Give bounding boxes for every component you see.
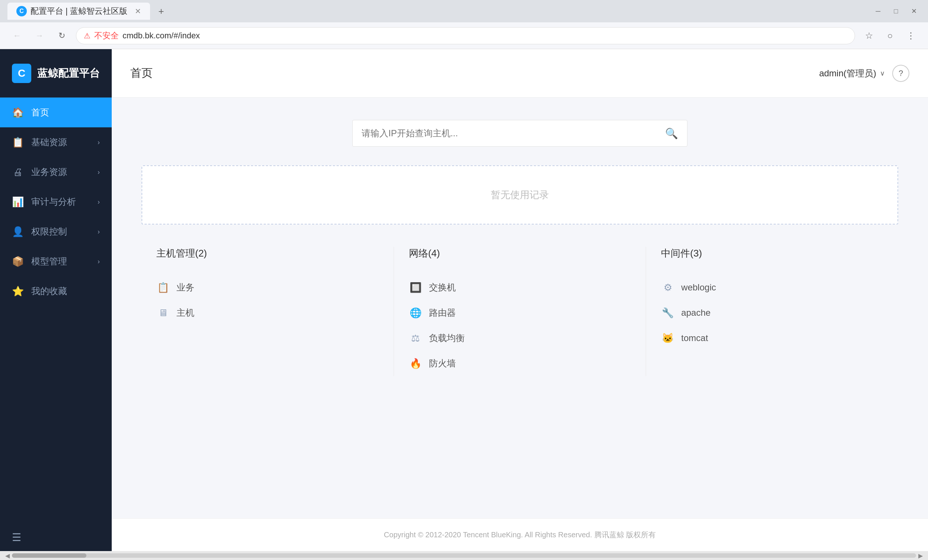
sidebar-footer: ☰ bbox=[0, 524, 112, 551]
loadbalance-icon: ⚖ bbox=[409, 331, 422, 345]
apache-label: apache bbox=[681, 308, 711, 318]
empty-state: 暂无使用记录 bbox=[142, 165, 898, 224]
browser-toolbar: ← → ↻ ⚠ 不安全 cmdb.bk.com/#/index ☆ ○ ⋮ bbox=[0, 22, 928, 49]
search-icon[interactable]: 🔍 bbox=[665, 127, 678, 140]
sidebar-label-basic-resource: 基础资源 bbox=[31, 136, 90, 148]
category-item-router[interactable]: 🌐 路由器 bbox=[409, 300, 631, 325]
horizontal-scrollbar[interactable]: ◀ ▶ bbox=[0, 551, 928, 560]
weblogic-icon: ⚙ bbox=[661, 281, 675, 294]
toolbar-actions: ☆ ○ ⋮ bbox=[861, 27, 919, 44]
page-title: 首页 bbox=[130, 66, 153, 81]
sidebar-label-favorites: 我的收藏 bbox=[31, 285, 100, 297]
sidebar-item-permissions[interactable]: 👤 权限控制 › bbox=[0, 217, 112, 247]
scrollbar-track[interactable] bbox=[12, 553, 916, 558]
sidebar-item-audit[interactable]: 📊 审计与分析 › bbox=[0, 187, 112, 217]
home-icon: 🏠 bbox=[12, 107, 24, 118]
category-title-network: 网络(4) bbox=[409, 247, 631, 260]
account-button[interactable]: ○ bbox=[882, 27, 898, 44]
forward-button[interactable]: → bbox=[31, 27, 48, 44]
category-item-weblogic[interactable]: ⚙ weblogic bbox=[661, 275, 883, 300]
category-item-tomcat[interactable]: 🐱 tomcat bbox=[661, 325, 883, 351]
url-text: cmdb.bk.com/#/index bbox=[122, 31, 847, 41]
search-container: 🔍 bbox=[142, 120, 898, 147]
category-title-middleware: 中间件(3) bbox=[661, 247, 883, 260]
menu-button[interactable]: ⋮ bbox=[903, 27, 919, 44]
empty-text: 暂无使用记录 bbox=[165, 188, 875, 201]
window-close-button[interactable]: ✕ bbox=[907, 7, 920, 16]
switch-label: 交换机 bbox=[429, 281, 456, 293]
permissions-icon: 👤 bbox=[12, 226, 24, 238]
category-item-switch[interactable]: 🔲 交换机 bbox=[409, 275, 631, 300]
main-body: 🔍 暂无使用记录 主机管理(2) 📋 业务 🖥 主机 网络(4) 🔲 交换机 🌐… bbox=[112, 98, 928, 518]
nav-arrow-permissions: › bbox=[98, 228, 100, 236]
search-box[interactable]: 🔍 bbox=[352, 120, 687, 147]
sidebar-item-home[interactable]: 🏠 首页 bbox=[0, 98, 112, 127]
page-footer: Copyright © 2012-2020 Tencent BlueKing. … bbox=[112, 518, 928, 551]
category-host-management: 主机管理(2) 📋 业务 🖥 主机 bbox=[142, 247, 394, 376]
category-title-host-management: 主机管理(2) bbox=[156, 247, 379, 260]
sidebar: C 蓝鲸配置平台 🏠 首页 📋 基础资源 › 🖨 业务资源 › 📊 审计与分析 … bbox=[0, 49, 112, 551]
scroll-right-arrow[interactable]: ▶ bbox=[916, 552, 925, 559]
audit-icon: 📊 bbox=[12, 196, 24, 208]
header-right: admin(管理员) ∨ ? bbox=[819, 65, 910, 82]
router-icon: 🌐 bbox=[409, 306, 422, 319]
category-item-host[interactable]: 🖥 主机 bbox=[156, 300, 379, 325]
sidebar-label-home: 首页 bbox=[31, 107, 100, 118]
tab-title: 配置平台 | 蓝鲸智云社区版 bbox=[31, 6, 127, 17]
search-input[interactable] bbox=[362, 128, 659, 139]
user-menu-arrow: ∨ bbox=[880, 69, 885, 78]
category-middleware: 中间件(3) ⚙ weblogic 🔧 apache 🐱 tomcat bbox=[646, 247, 898, 376]
main-header: 首页 admin(管理员) ∨ ? bbox=[112, 49, 928, 98]
tomcat-label: tomcat bbox=[681, 333, 708, 343]
new-tab-button[interactable]: + bbox=[154, 4, 169, 18]
biz-resource-icon: 🖨 bbox=[12, 166, 24, 178]
category-item-loadbalance[interactable]: ⚖ 负载均衡 bbox=[409, 325, 631, 351]
address-bar[interactable]: ⚠ 不安全 cmdb.bk.com/#/index bbox=[76, 27, 855, 44]
biz-icon: 📋 bbox=[156, 281, 170, 294]
tab-favicon: C bbox=[17, 6, 27, 17]
host-icon: 🖥 bbox=[156, 306, 170, 319]
tab-close-button[interactable]: ✕ bbox=[135, 7, 141, 16]
firewall-icon: 🔥 bbox=[409, 357, 422, 370]
basic-resource-icon: 📋 bbox=[12, 137, 24, 148]
categories: 主机管理(2) 📋 业务 🖥 主机 网络(4) 🔲 交换机 🌐 路由器 ⚖ 负载… bbox=[142, 247, 898, 376]
scroll-left-arrow[interactable]: ◀ bbox=[3, 552, 12, 559]
scrollbar-thumb[interactable] bbox=[12, 553, 86, 558]
window-minimize-button[interactable]: ─ bbox=[872, 7, 885, 16]
sidebar-item-biz-resource[interactable]: 🖨 业务资源 › bbox=[0, 157, 112, 187]
favorites-icon: ⭐ bbox=[12, 285, 24, 297]
router-label: 路由器 bbox=[429, 307, 456, 319]
host-label: 主机 bbox=[177, 307, 194, 319]
sidebar-item-favorites[interactable]: ⭐ 我的收藏 bbox=[0, 276, 112, 306]
collapse-button[interactable]: ☰ bbox=[12, 531, 100, 543]
sidebar-item-model[interactable]: 📦 模型管理 › bbox=[0, 247, 112, 276]
category-item-biz[interactable]: 📋 业务 bbox=[156, 275, 379, 300]
app-logo: C bbox=[12, 64, 31, 83]
category-item-apache[interactable]: 🔧 apache bbox=[661, 300, 883, 325]
tomcat-icon: 🐱 bbox=[661, 331, 675, 345]
footer-text: Copyright © 2012-2020 Tencent BlueKing. … bbox=[384, 531, 656, 539]
bookmark-button[interactable]: ☆ bbox=[861, 27, 878, 44]
sidebar-label-biz-resource: 业务资源 bbox=[31, 166, 90, 178]
refresh-button[interactable]: ↻ bbox=[53, 27, 70, 44]
help-button[interactable]: ? bbox=[892, 65, 910, 82]
biz-label: 业务 bbox=[177, 281, 194, 293]
browser-tab[interactable]: C 配置平台 | 蓝鲸智云社区版 ✕ bbox=[8, 3, 150, 20]
nav-arrow-basic-resource: › bbox=[98, 139, 100, 146]
main-content: 首页 admin(管理员) ∨ ? 🔍 bbox=[112, 49, 928, 551]
user-menu[interactable]: admin(管理员) ∨ bbox=[819, 67, 885, 79]
window-maximize-button[interactable]: □ bbox=[889, 7, 903, 16]
nav-arrow-model: › bbox=[98, 258, 100, 266]
back-button[interactable]: ← bbox=[9, 27, 25, 44]
switch-icon: 🔲 bbox=[409, 281, 422, 294]
sidebar-item-basic-resource[interactable]: 📋 基础资源 › bbox=[0, 127, 112, 157]
app-container: C 蓝鲸配置平台 🏠 首页 📋 基础资源 › 🖨 业务资源 › 📊 审计与分析 … bbox=[0, 49, 928, 551]
category-network: 网络(4) 🔲 交换机 🌐 路由器 ⚖ 负载均衡 🔥 防火墙 bbox=[394, 247, 646, 376]
model-icon: 📦 bbox=[12, 256, 24, 267]
sidebar-label-permissions: 权限控制 bbox=[31, 226, 90, 238]
firewall-label: 防火墙 bbox=[429, 357, 456, 369]
category-item-firewall[interactable]: 🔥 防火墙 bbox=[409, 351, 631, 376]
window-controls: ─ □ ✕ bbox=[872, 7, 920, 16]
user-name: admin(管理员) bbox=[819, 67, 876, 79]
loadbalance-label: 负载均衡 bbox=[429, 332, 465, 344]
